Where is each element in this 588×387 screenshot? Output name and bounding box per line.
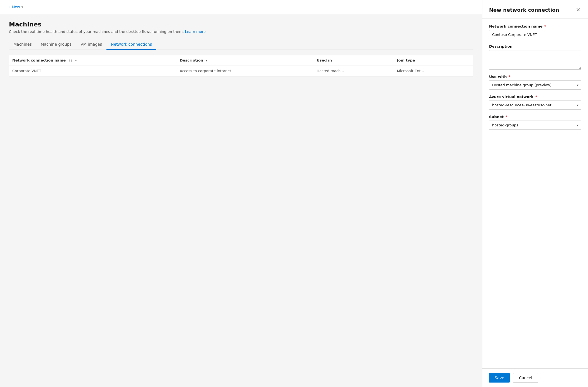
new-label: New — [12, 5, 20, 9]
col-header-description: Description ▾ — [176, 55, 313, 65]
required-asterisk-name: * — [543, 24, 546, 28]
filter-icon-desc[interactable]: ▾ — [206, 59, 207, 62]
side-panel: New network connection ✕ Network connect… — [482, 0, 588, 387]
page-body: Machines Check the real-time health and … — [0, 14, 482, 387]
col-header-used-in: Used in — [313, 55, 393, 65]
table-header-row: Network connection name ↑↓ ▾ Description… — [9, 55, 473, 65]
tab-network-connections[interactable]: Network connections — [106, 39, 156, 50]
col-header-name: Network connection name ↑↓ ▾ — [9, 55, 176, 65]
plus-icon: + — [8, 4, 10, 9]
field-description: Description — [489, 44, 581, 70]
tab-machine-groups[interactable]: Machine groups — [36, 39, 76, 50]
col-header-join-type: Join type — [393, 55, 473, 65]
learn-more-link[interactable]: Learn more — [185, 30, 206, 34]
label-azure-vnet: Azure virtual network * — [489, 95, 581, 99]
select-wrapper-azure-vnet: hosted-resources-us-eastus-vnet ▾ — [489, 101, 581, 110]
panel-header: New network connection ✕ — [482, 0, 588, 19]
select-subnet[interactable]: hosted-groups — [489, 121, 581, 130]
chevron-down-icon: ▾ — [21, 5, 23, 9]
page-subtitle: Check the real-time health and status of… — [9, 30, 473, 34]
cell-description: Access to corporate intranet — [176, 65, 313, 77]
field-use-with: Use with * Hosted machine group (preview… — [489, 75, 581, 90]
select-wrapper-use-with: Hosted machine group (preview) ▾ — [489, 80, 581, 90]
tab-machines[interactable]: Machines — [9, 39, 36, 50]
select-azure-vnet[interactable]: hosted-resources-us-eastus-vnet — [489, 101, 581, 110]
required-asterisk-use-with: * — [507, 75, 511, 79]
close-button[interactable]: ✕ — [575, 6, 581, 14]
field-connection-name: Network connection name * — [489, 24, 581, 39]
panel-footer: Save Cancel — [482, 368, 588, 387]
tab-vm-images[interactable]: VM images — [76, 39, 106, 50]
label-connection-name: Network connection name * — [489, 24, 581, 28]
label-description: Description — [489, 44, 581, 48]
sort-icons-name[interactable]: ↑↓ — [68, 59, 73, 62]
panel-body: Network connection name * Description Us… — [482, 19, 588, 368]
network-connections-table: Network connection name ↑↓ ▾ Description… — [9, 55, 473, 77]
cell-used-in: Hosted mach... — [313, 65, 393, 77]
cell-name: Corporate VNET — [9, 65, 176, 77]
label-subnet: Subnet * — [489, 115, 581, 119]
field-azure-vnet: Azure virtual network * hosted-resources… — [489, 95, 581, 110]
panel-title: New network connection — [489, 7, 559, 13]
select-use-with[interactable]: Hosted machine group (preview) — [489, 80, 581, 90]
required-asterisk-subnet: * — [504, 115, 507, 119]
filter-icon-name[interactable]: ▾ — [75, 59, 77, 62]
label-use-with: Use with * — [489, 75, 581, 79]
field-subnet: Subnet * hosted-groups ▾ — [489, 115, 581, 130]
toolbar: + New ▾ — [0, 0, 482, 14]
cell-join-type: Microsoft Ent... — [393, 65, 473, 77]
cancel-button[interactable]: Cancel — [513, 373, 538, 383]
new-button[interactable]: + New ▾ — [6, 3, 25, 11]
page-title: Machines — [9, 21, 473, 28]
tabs-bar: Machines Machine groups VM images Networ… — [9, 39, 473, 50]
required-asterisk-vnet: * — [534, 95, 537, 99]
save-button[interactable]: Save — [489, 373, 510, 383]
textarea-description[interactable] — [489, 50, 581, 70]
table-row[interactable]: Corporate VNET Access to corporate intra… — [9, 65, 473, 77]
select-wrapper-subnet: hosted-groups ▾ — [489, 121, 581, 130]
main-content: + New ▾ Machines Check the real-time hea… — [0, 0, 482, 387]
input-connection-name[interactable] — [489, 30, 581, 39]
